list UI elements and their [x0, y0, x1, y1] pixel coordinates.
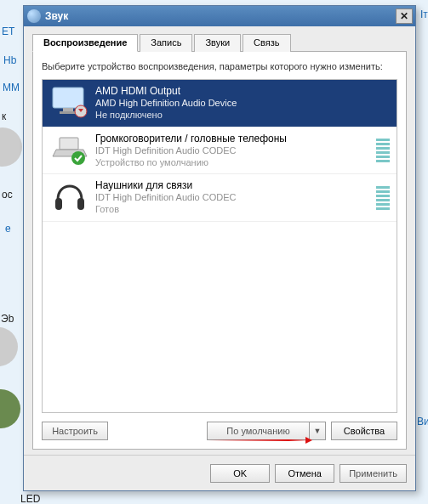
- backdrop-text: oc: [2, 189, 13, 201]
- device-item-speakers[interactable]: Громкоговорители / головные телефоны IDT…: [43, 127, 397, 175]
- tab-page-playback: Выберите устройство воспроизведения, пар…: [32, 52, 407, 450]
- backdrop-image: [0, 389, 20, 428]
- backdrop-text: к: [2, 110, 6, 122]
- headphones-icon: [49, 179, 90, 213]
- svg-rect-1: [63, 108, 73, 111]
- set-default-button[interactable]: По умолчанию: [207, 422, 309, 440]
- svg-rect-7: [77, 198, 84, 210]
- tab-sounds[interactable]: Звуки: [194, 34, 241, 52]
- instruction-text: Выберите устройство воспроизведения, пар…: [42, 60, 397, 72]
- monitor-icon: [49, 85, 90, 119]
- properties-button[interactable]: Свойства: [331, 422, 397, 440]
- backdrop-text: LED: [20, 493, 40, 504]
- device-status: Не подключено: [95, 110, 390, 122]
- backdrop-text: Iт: [420, 8, 428, 20]
- backdrop-image: [0, 127, 22, 167]
- backdrop-text: e: [5, 223, 11, 235]
- device-status: Устройство по умолчанию: [95, 157, 373, 169]
- annotation-arrow: [208, 439, 309, 441]
- tab-communications[interactable]: Связь: [243, 34, 290, 52]
- backdrop-text: Эb: [1, 313, 14, 325]
- backdrop-text: Hb: [3, 54, 16, 66]
- close-button[interactable]: ✕: [396, 8, 413, 24]
- device-buttons: Настроить По умолчанию ▼ Свойства: [42, 422, 397, 440]
- apply-button[interactable]: Применить: [340, 464, 407, 483]
- tab-strip: Воспроизведение Запись Звуки Связь: [32, 33, 407, 52]
- device-item-headphones[interactable]: Наушники для связи IDT High Definition A…: [43, 174, 397, 222]
- ok-button[interactable]: OK: [210, 464, 270, 483]
- level-meter: [376, 179, 390, 216]
- device-status: Готов: [95, 204, 373, 216]
- backdrop-text: ЕТ: [2, 25, 14, 37]
- device-item-hdmi[interactable]: AMD HDMI Output AMD High Definition Audi…: [43, 80, 397, 127]
- svg-point-5: [71, 151, 85, 165]
- svg-rect-6: [55, 198, 62, 210]
- svg-rect-4: [60, 138, 78, 150]
- titlebar[interactable]: Звук ✕: [24, 6, 415, 26]
- backdrop-text: MM: [3, 82, 20, 93]
- window-title: Звук: [41, 10, 396, 22]
- tab-recording[interactable]: Запись: [140, 34, 192, 52]
- svg-rect-2: [60, 111, 77, 114]
- set-default-split-button[interactable]: По умолчанию ▼: [207, 422, 326, 440]
- svg-rect-0: [53, 88, 83, 108]
- device-desc: IDT High Definition Audio CODEC: [95, 192, 373, 204]
- device-desc: IDT High Definition Audio CODEC: [95, 145, 373, 157]
- tab-playback[interactable]: Воспроизведение: [32, 34, 138, 52]
- level-meter: [376, 133, 390, 169]
- device-name: AMD HDMI Output: [95, 85, 390, 98]
- configure-button[interactable]: Настроить: [42, 422, 108, 440]
- cancel-button[interactable]: Отмена: [275, 464, 334, 483]
- device-name: Громкоговорители / головные телефоны: [95, 133, 373, 145]
- device-desc: AMD High Definition Audio Device: [95, 98, 390, 110]
- speaker-icon: [27, 9, 41, 23]
- dialog-body: Воспроизведение Запись Звуки Связь Выбер…: [24, 26, 415, 455]
- backdrop-text: Bи: [417, 416, 428, 428]
- device-name: Наушники для связи: [95, 179, 373, 192]
- laptop-speaker-icon: [49, 133, 90, 167]
- dialog-footer: OK Отмена Применить: [24, 455, 415, 490]
- backdrop-image: [0, 327, 18, 366]
- sound-dialog: Звук ✕ Воспроизведение Запись Звуки Связ…: [23, 5, 416, 491]
- device-list[interactable]: AMD HDMI Output AMD High Definition Audi…: [42, 79, 397, 413]
